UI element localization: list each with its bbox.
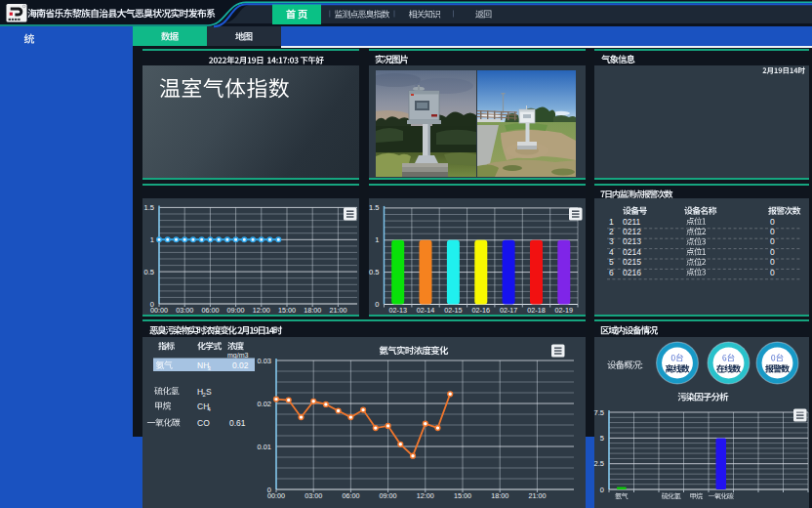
svg-text:0.61: 0.61 [229, 418, 246, 428]
svg-text:0214: 0214 [623, 247, 641, 257]
svg-text:02-14: 02-14 [417, 306, 434, 315]
svg-text:0: 0 [770, 257, 775, 267]
svg-text:1: 1 [609, 217, 614, 227]
svg-text:0.5: 0.5 [369, 268, 379, 276]
svg-text:0: 0 [770, 268, 775, 277]
svg-text:0: 0 [770, 236, 775, 246]
svg-text:02-18: 02-18 [527, 306, 545, 315]
svg-text:06:00: 06:00 [342, 491, 359, 500]
svg-text:09:00: 09:00 [380, 491, 397, 500]
svg-text:0.03: 0.03 [257, 357, 271, 365]
svg-text:1: 1 [150, 235, 154, 244]
svg-text:02-16: 02-16 [472, 306, 490, 315]
svg-text:0213: 0213 [623, 236, 641, 246]
svg-text:0212: 0212 [623, 227, 641, 236]
svg-text:02-19: 02-19 [555, 306, 573, 315]
svg-text:0.02: 0.02 [257, 400, 271, 408]
svg-text:21:00: 21:00 [329, 306, 346, 315]
svg-text:1: 1 [375, 235, 379, 244]
svg-text:15:00: 15:00 [454, 491, 471, 500]
svg-text:4: 4 [208, 406, 212, 412]
svg-text:21:00: 21:00 [528, 491, 546, 500]
svg-text:0216: 0216 [623, 268, 641, 277]
svg-text:2: 2 [609, 227, 614, 236]
svg-text:0.02: 0.02 [232, 360, 249, 370]
svg-text:12:00: 12:00 [253, 306, 270, 315]
svg-text:0: 0 [770, 217, 775, 227]
svg-text:0211: 0211 [623, 217, 641, 227]
svg-text:03:00: 03:00 [304, 491, 322, 500]
svg-text:02-15: 02-15 [444, 306, 462, 315]
svg-text:3: 3 [609, 236, 614, 246]
svg-text:0.01: 0.01 [257, 443, 271, 451]
svg-text:00:00: 00:00 [267, 491, 285, 500]
svg-text:0: 0 [770, 247, 775, 257]
svg-text:09:00: 09:00 [227, 306, 245, 315]
svg-text:1.5: 1.5 [369, 203, 379, 212]
svg-text:0: 0 [770, 227, 775, 236]
svg-text:15:00: 15:00 [278, 306, 296, 315]
svg-text:03:00: 03:00 [176, 306, 193, 315]
svg-text:0215: 0215 [623, 257, 641, 267]
svg-text:12:00: 12:00 [417, 491, 434, 500]
svg-text:18:00: 18:00 [491, 491, 508, 500]
svg-text:CO: CO [197, 418, 210, 428]
svg-text:S: S [206, 387, 212, 397]
svg-text:5: 5 [609, 257, 614, 267]
svg-text:1.5: 1.5 [144, 203, 154, 212]
svg-text:0: 0 [600, 486, 604, 494]
svg-text:00:00: 00:00 [150, 306, 168, 315]
svg-text:7.5: 7.5 [594, 408, 604, 417]
svg-text:mg/m3: mg/m3 [227, 352, 249, 360]
svg-text:02-13: 02-13 [389, 306, 407, 315]
svg-text:0: 0 [375, 300, 379, 309]
svg-text:6: 6 [609, 268, 614, 277]
svg-text:2.5: 2.5 [594, 459, 604, 468]
svg-text:02-17: 02-17 [500, 306, 517, 315]
svg-text:06:00: 06:00 [201, 306, 219, 315]
svg-text:0.5: 0.5 [144, 268, 154, 276]
svg-text:18:00: 18:00 [304, 306, 321, 315]
svg-text:5: 5 [600, 434, 604, 443]
svg-text:4: 4 [609, 247, 614, 257]
